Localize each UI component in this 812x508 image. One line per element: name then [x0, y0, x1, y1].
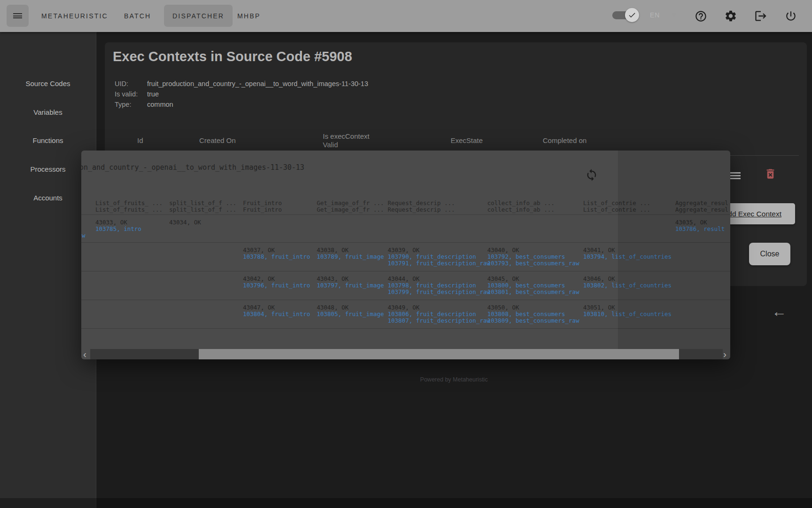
column-header-id: Id [137, 136, 143, 144]
variable-link[interactable]: 103785, intro [95, 226, 141, 232]
type-value: common [147, 101, 173, 108]
variable-link[interactable]: 103799, fruit_description_raw [388, 289, 490, 295]
variable-link[interactable]: 103796, fruit_intro [243, 282, 310, 289]
hamburger-icon [13, 12, 22, 20]
column-header-exec-state: ExecState [451, 136, 483, 144]
exec-context-cell: 43050, OK103808, best_consumers103809, b… [487, 304, 579, 324]
row-separator [81, 271, 730, 271]
task-state: 43042, OK [243, 276, 310, 282]
variable-link[interactable]: 103805, fruit_image [317, 311, 384, 318]
task-state: 43034, OK [169, 219, 201, 226]
menu-button[interactable] [7, 5, 29, 27]
dialog-column-header: Aggregate_resul ... [675, 206, 730, 213]
variable-link[interactable]: 103792, best_consumers [487, 254, 579, 260]
language-select[interactable]: EN [650, 11, 660, 19]
top-navbar: METAHEURISTIC BATCH DISPATCHER MHBP EN ▼ [0, 0, 812, 32]
variable-link[interactable]: 103793, best_consumers_raw [487, 260, 579, 267]
task-state: 43046, OK [583, 276, 671, 282]
exec-context-cell: 43035, OK103786, result [675, 219, 725, 232]
exec-context-cell: 43033, OK103785, intro [95, 219, 141, 232]
scroll-right-icon[interactable]: › [723, 349, 726, 359]
logout-button[interactable] [754, 9, 768, 23]
variable-link[interactable]: 103804, fruit_intro [243, 311, 310, 318]
variable-link[interactable]: 103797, fruit_image [317, 282, 384, 289]
dialog-column-header: Request_descrip ... [388, 206, 455, 213]
chevron-down-icon[interactable]: ▼ [671, 11, 677, 18]
dialog-column-header: Aggregate_resul ... [675, 199, 730, 206]
variable-link[interactable]: 103808, best_consumers [487, 311, 579, 318]
exec-contexts-dialog: on_and_country_-_openai__to_word_with_im… [81, 151, 730, 359]
exec-context-cell: 43039, OK103790, fruit_description103791… [388, 247, 490, 267]
dialog-column-header: Get_image_of_fr ... [317, 199, 384, 206]
clipped-variable-fragment: w [82, 232, 86, 239]
variable-link[interactable]: 103800, best_consumers [487, 282, 579, 289]
task-state: 43048, OK [317, 304, 384, 311]
tab-mhbp[interactable]: MHBP [237, 0, 260, 32]
exec-context-cell: 43043, OK103797, fruit_image [317, 276, 384, 289]
exec-context-cell: 43040, OK103792, best_consumers103793, b… [487, 247, 579, 267]
scrollbar-thumb[interactable] [199, 349, 679, 359]
variable-link[interactable]: 103794, list_of_countries [583, 254, 671, 260]
exec-context-cell: 43051, OK103810, list_of_countries [583, 304, 671, 318]
trash-icon [764, 167, 777, 180]
tab-batch[interactable]: BATCH [124, 0, 151, 32]
is-valid-value: true [147, 90, 159, 98]
variable-link[interactable]: 103788, fruit_intro [243, 254, 310, 260]
list-view-button[interactable] [730, 171, 741, 181]
variable-link[interactable]: 103786, result [675, 226, 725, 232]
task-state: 43051, OK [583, 304, 671, 311]
refresh-button[interactable] [585, 168, 599, 183]
dialog-title: on_and_country_-_openai__to_word_with_im… [81, 163, 304, 172]
tab-dispatcher[interactable]: DISPATCHER [164, 5, 233, 27]
variable-link[interactable]: 103802, list_of_countries [583, 282, 671, 289]
variable-link[interactable]: 103801, best_consumers_raw [487, 289, 579, 295]
task-state: 43045, OK [487, 276, 579, 282]
tab-metaheuristic[interactable]: METAHEURISTIC [41, 0, 108, 32]
task-state: 43049, OK [388, 304, 490, 311]
sidebar-item-source-codes[interactable]: Source Codes [0, 78, 96, 90]
power-button[interactable] [784, 9, 798, 23]
dialog-column-header: split_list_of_f ... [169, 199, 236, 206]
variable-link[interactable]: 103789, fruit_image [317, 254, 384, 260]
variable-link[interactable]: 103807, fruit_description_raw [388, 318, 490, 324]
help-button[interactable] [694, 9, 708, 23]
task-state: 43047, OK [243, 304, 310, 311]
dialog-column-header: Request_descrip ... [388, 199, 455, 206]
sidebar-item-functions[interactable]: Functions [0, 135, 96, 147]
exec-context-row: 43042, OK103796, fruit_intro43043, OK103… [81, 273, 730, 299]
variable-link[interactable]: 103806, fruit_description [388, 311, 490, 318]
task-state: 43039, OK [388, 247, 490, 254]
toggle-knob[interactable] [625, 8, 639, 22]
dialog-column-header: List_of_fruits_ ... [95, 206, 163, 213]
exec-context-cell: 43037, OK103788, fruit_intro [243, 247, 310, 260]
bottom-bar [0, 498, 812, 508]
sidebar-item-variables[interactable]: Variables [0, 106, 96, 119]
exec-context-cell: 43041, OK103794, list_of_countries [583, 247, 671, 260]
exec-context-cell: 43049, OK103806, fruit_description103807… [388, 304, 490, 324]
power-icon [785, 10, 797, 22]
exec-context-cell: 43048, OK103805, fruit_image [317, 304, 384, 318]
dialog-column-header: Get_image_of_fr ... [317, 206, 384, 213]
task-state: 43040, OK [487, 247, 579, 254]
dialog-column-header: collect_info_ab ... [487, 199, 554, 206]
is-valid-label: Is valid: [115, 90, 138, 98]
settings-button[interactable] [724, 9, 738, 23]
theme-toggle[interactable] [612, 8, 639, 22]
variable-link[interactable]: 103791, fruit_description_raw [388, 260, 490, 267]
uid-value: fruit_production_and_country_-_openai__t… [147, 80, 368, 87]
variable-link[interactable]: 103790, fruit_description [388, 254, 490, 260]
exec-context-row: 43033, OK103785, intro43034, OK43035, OK… [81, 216, 730, 242]
variable-link[interactable]: 103809, best_consumers_raw [487, 318, 579, 324]
task-state: 43050, OK [487, 304, 579, 311]
close-button[interactable]: Close [749, 243, 790, 265]
dialog-column-header: List_of_contrie ... [583, 199, 650, 206]
variable-link[interactable]: 103810, list_of_countries [583, 311, 671, 318]
exec-context-cell: 43034, OK [169, 219, 201, 226]
back-arrow-icon[interactable]: ← [772, 303, 787, 320]
row-separator [81, 300, 730, 300]
variable-link[interactable]: 103798, fruit_description [388, 282, 490, 289]
scroll-left-icon[interactable]: ‹ [83, 349, 86, 359]
delete-button[interactable] [764, 167, 777, 182]
dialog-column-header: Fruit_intro [243, 199, 282, 206]
row-separator [81, 242, 730, 243]
